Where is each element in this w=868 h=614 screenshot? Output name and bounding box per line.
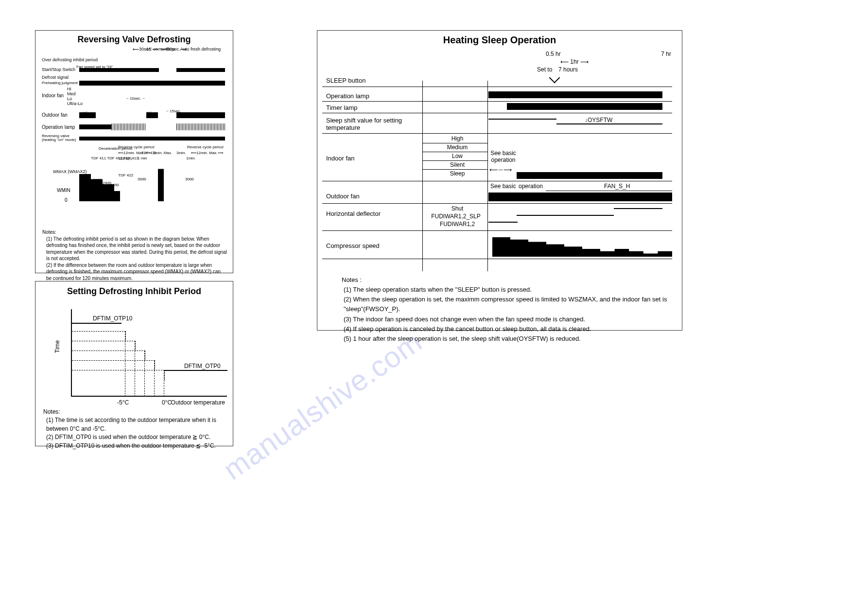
lbl-if-med: Medium [428, 144, 486, 151]
bar-of3 [176, 112, 225, 118]
panel2-title: Setting Defrosting Inhibit Period [35, 281, 233, 300]
lbl-timer-lamp: Timer lamp [326, 104, 358, 111]
lbl-outdoor-fan: Outdoor fan [42, 112, 68, 118]
lbl-sleep-shift: Sleep shift value for setting temperatur… [326, 117, 423, 131]
lbl-hd-shut: Shut [428, 205, 486, 212]
lbl-if-med: Med [67, 91, 76, 96]
lbl-over-inhibit: Over defrosting inhibit period [42, 57, 98, 62]
lbl-3min-b: 3min. [176, 151, 186, 155]
ylabel: Time [54, 340, 61, 353]
lbl-if-high: High [428, 135, 486, 142]
note-3: (3) DFTIM_OTP10 is used when the outdoor… [43, 442, 226, 450]
lbl-wmin: WMIN [57, 188, 70, 193]
lbl-3000c: 3000 [185, 177, 194, 181]
note-2: (2) DFTIM_OTP0 is used when the outdoor … [43, 433, 226, 441]
lbl-1min-b: 1min. [186, 156, 196, 160]
lbl-7hr: 7 hr [661, 51, 671, 57]
note-1: (1) The time is set according to the out… [43, 416, 226, 433]
shape-compressor-steps [492, 237, 672, 257]
lbl-oysftw: OYSFTW [588, 117, 612, 123]
lbl-rev-valve: Reversing valve (heating "on" mode) [42, 134, 81, 142]
panel-defrost-inhibit: Setting Defrosting Inhibit Period Time D… [35, 281, 233, 446]
panel1-diagram: 15' or more Auto fresh defrosting ⟵30sec… [40, 47, 228, 224]
bar-preheat [79, 81, 225, 86]
lbl-tdf411: TDF 411 [91, 156, 106, 160]
lbl-hd-slp: FUDIWAR1,2_SLP [423, 213, 488, 220]
note-2: (2) When the sleep operation is set, the… [342, 295, 672, 314]
lbl-if-lo: Lo [67, 96, 72, 101]
note-5: (5) 1 hour after the sleep operation is … [342, 334, 672, 344]
bar-of1 [79, 112, 96, 118]
lbl-3000b: 3000 [138, 177, 146, 181]
lbl-stop: Stop [166, 47, 175, 52]
shape-compressor-profile [79, 167, 225, 201]
panel3-notes: Notes : (1) The sleep operation starts w… [342, 273, 672, 349]
lbl-rev-b: Reverse cycle period [187, 145, 224, 149]
lbl-if-low: Low [428, 153, 486, 159]
lbl-1hr: 1hr [570, 58, 578, 65]
note-1: (1) The defrosting inhibit period is set… [42, 236, 227, 262]
lbl-tdf422: TDF 422 [118, 173, 133, 177]
lbl-if-hi: Hi [67, 87, 71, 91]
lbl-setto: Set to [537, 66, 552, 73]
xlabel: Outdoor temperature [171, 399, 225, 406]
lbl-indoor-fan: Indoor fan [42, 93, 64, 98]
lbl-see-basic: See basic operation [490, 150, 517, 163]
lbl-1min-a: 1 min [138, 156, 147, 160]
lbl-30sec-a: 30sec. [139, 47, 152, 52]
panel3-diagram: 0.5 hr ⟵ 1hr ⟶ Set to 7 hours 7 hr SLEEP… [322, 47, 677, 271]
lbl-op-lamp: Operation lamp [326, 92, 369, 100]
bar-of2 [146, 112, 158, 118]
lbl-indoor-fan: Indoor fan [326, 155, 355, 162]
arrow-sleep [549, 72, 560, 84]
note-3: (3) The indoor fan speed does not change… [342, 315, 672, 324]
lbl-of-op: operation [519, 183, 543, 190]
note-1: (1) The sleep operation starts when the … [342, 285, 672, 295]
lbl-if-silent: Silent [428, 161, 486, 168]
bar-start-stop [79, 68, 159, 72]
hatch-oplamp-b [176, 123, 225, 130]
lbl-defrost-signal: Defrost signal [42, 75, 69, 80]
lbl-outdoor-fan: Outdoor fan [326, 193, 360, 200]
notes-title: Notes : [342, 275, 672, 285]
panel-sleep-operation: Heating Sleep Operation 0.5 hr ⟵ 1hr ⟶ S… [317, 30, 682, 331]
lbl-sleep-btn: SLEEP button [326, 77, 365, 84]
lbl-10sec: 10sec. [130, 96, 141, 101]
panel1-title: Reversing Valve Defrosting [35, 31, 233, 46]
panel2-diagram: Time DFTIM_OTP10 DFTIM_OTP0 -5°C 0°C Out… [44, 304, 227, 404]
panel2-notes: Notes: (1) The time is set according to … [35, 407, 233, 455]
watermark: manualshive.com [217, 325, 428, 487]
lbl-zero: 0 [65, 197, 68, 203]
lbl-7hours: 7 hours [558, 66, 578, 73]
lbl-rev-a: Reverse cycle period [118, 145, 155, 149]
note-4: (4) If sleep operation is canceled by th… [342, 324, 672, 334]
notes-title: Notes: [42, 229, 227, 236]
axis-x [71, 396, 227, 397]
lbl-3min-a: 3min. Max. [153, 151, 172, 155]
lbl-otp10: DFTIM_OTP10 [93, 315, 132, 322]
bar-rev-valve [79, 137, 225, 140]
bar-start-stop-b [176, 68, 225, 72]
lbl-start-stop: Start/Stop Switch [42, 67, 75, 72]
lbl-otp0: DFTIM_OTP0 [184, 363, 221, 369]
tick-m5: -5°C [117, 399, 129, 406]
lbl-hd-fud: FUDIWAR1,2 [428, 221, 486, 228]
lbl-comp-speed: Compressor speed [326, 242, 380, 249]
lbl-op-lamp: Operation lamp [42, 124, 75, 130]
lbl-12min-b: 12min. Max. [196, 151, 218, 155]
tick-0: 0°C [162, 399, 172, 406]
lbl-tdf421: TDF421 [118, 157, 132, 161]
lbl-wmax: WMAX (WMAX2) [53, 170, 87, 174]
notes-title: Notes: [43, 408, 226, 416]
hatch-oplamp-a [111, 123, 145, 130]
bar-oplamp-a [79, 124, 111, 129]
lbl-if-sleep: Sleep [428, 170, 486, 177]
lbl-fan-sh: FAN_S_H [604, 183, 630, 190]
panel-reversing-valve: Reversing Valve Defrosting 15' or more A… [35, 30, 233, 273]
lbl-halfhr: 0.5 hr [546, 51, 561, 57]
lbl-if-ulo: Ultra-Lo [67, 101, 83, 106]
lbl-preheat-judg: Preheating judgment [42, 81, 78, 85]
note-2: (2) If the difference between the room a… [42, 262, 227, 282]
lbl-of-see: See basic [490, 183, 516, 190]
panel3-title: Heating Sleep Operation [317, 31, 682, 46]
